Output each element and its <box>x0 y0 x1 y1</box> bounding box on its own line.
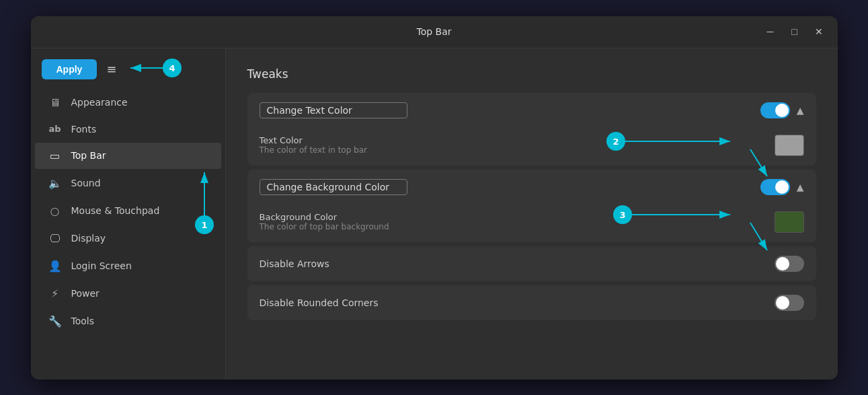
change-text-color-label: Change Text Color <box>260 102 407 118</box>
sidebar-item-power[interactable]: ⚡ Power <box>35 281 221 307</box>
bg-color-sub-label: Background Color The color of top bar ba… <box>260 212 768 231</box>
mouse-icon: ○ <box>48 205 62 217</box>
sidebar-label-sound: Sound <box>71 178 101 188</box>
app-content: Apply ≡ 🖥 Appearance ab Fonts ▭ Top Bar … <box>31 48 838 380</box>
change-bg-color-label: Change Background Color <box>260 179 407 195</box>
disable-arrows-label: Disable Arrows <box>260 258 775 269</box>
sidebar-label-tools: Tools <box>71 316 95 326</box>
text-color-sub-desc: The color of text in top bar <box>260 145 768 155</box>
text-color-swatch[interactable] <box>775 135 804 156</box>
disable-rounded-row: Disable Rounded Corners <box>247 285 816 320</box>
disable-arrows-row: Disable Arrows <box>247 246 816 281</box>
sidebar-item-appearance[interactable]: 🖥 Appearance <box>35 89 221 116</box>
disable-rounded-knob <box>776 296 789 310</box>
text-color-toggle-knob <box>775 104 789 117</box>
bg-color-sub-row: Background Color The color of top bar ba… <box>247 205 816 242</box>
bg-color-toggle-knob <box>775 180 789 194</box>
disable-arrows-knob <box>776 257 789 271</box>
text-color-sub-label: Text Color The color of text in top bar <box>260 135 768 155</box>
sidebar-item-display[interactable]: 🖵 Display <box>35 225 221 252</box>
sidebar: Apply ≡ 🖥 Appearance ab Fonts ▭ Top Bar … <box>31 48 226 380</box>
fonts-icon: ab <box>48 124 62 134</box>
bg-color-sub-desc: The color of top bar background <box>260 222 768 231</box>
bg-color-swatch[interactable] <box>775 211 804 233</box>
minimize-button[interactable]: ─ <box>760 22 781 41</box>
display-icon: 🖵 <box>48 232 62 245</box>
disable-rounded-label: Disable Rounded Corners <box>260 297 775 308</box>
sound-icon: 🔈 <box>48 177 62 190</box>
change-bg-color-row: Change Background Color ▲ Background Col… <box>247 170 816 242</box>
main-content: Tweaks Change Text Color ▲ <box>226 48 838 380</box>
titlebar: Top Bar ─ □ ✕ <box>31 16 838 48</box>
sidebar-item-login[interactable]: 👤 Login Screen <box>35 253 221 279</box>
text-color-sub-row: Text Color The color of text in top bar <box>247 128 816 166</box>
change-text-color-row: Change Text Color ▲ Text Color The color… <box>247 93 816 166</box>
login-icon: 👤 <box>48 260 62 273</box>
sidebar-top: Apply ≡ <box>31 55 225 89</box>
sidebar-label-mouse: Mouse & Touchpad <box>71 205 160 216</box>
sidebar-label-power: Power <box>71 288 100 299</box>
sidebar-item-mouse[interactable]: ○ Mouse & Touchpad <box>35 198 221 224</box>
bg-color-toggle[interactable] <box>760 179 790 195</box>
sidebar-label-appearance: Appearance <box>71 97 128 108</box>
sidebar-item-tools[interactable]: 🔧 Tools <box>35 308 221 334</box>
text-color-chevron[interactable]: ▲ <box>797 105 804 116</box>
appearance-icon: 🖥 <box>48 96 62 109</box>
sidebar-item-topbar[interactable]: ▭ Top Bar <box>35 143 221 169</box>
change-text-color-header: Change Text Color ▲ <box>247 93 816 128</box>
power-icon: ⚡ <box>48 287 62 300</box>
window-controls: ─ □ ✕ <box>760 22 830 41</box>
tools-icon: 🔧 <box>48 315 62 328</box>
bg-color-sub-title: Background Color <box>260 212 768 222</box>
topbar-icon: ▭ <box>48 149 62 162</box>
hamburger-icon[interactable]: ≡ <box>106 62 116 76</box>
maximize-button[interactable]: □ <box>784 22 805 41</box>
window-title: Top Bar <box>416 26 451 37</box>
disable-rounded-toggle[interactable] <box>775 295 804 311</box>
bg-color-chevron[interactable]: ▲ <box>797 182 804 192</box>
sidebar-label-fonts: Fonts <box>71 124 97 135</box>
text-color-sub-title: Text Color <box>260 135 768 145</box>
close-button[interactable]: ✕ <box>808 22 830 41</box>
sidebar-label-display: Display <box>71 233 106 244</box>
sidebar-label-topbar: Top Bar <box>71 150 106 161</box>
change-bg-color-header: Change Background Color ▲ <box>247 170 816 205</box>
apply-button[interactable]: Apply <box>42 59 97 79</box>
sidebar-item-fonts[interactable]: ab Fonts <box>35 117 221 141</box>
bg-color-controls: ▲ <box>760 179 804 195</box>
sidebar-item-sound[interactable]: 🔈 Sound <box>35 170 221 196</box>
text-color-controls: ▲ <box>760 102 804 118</box>
disable-arrows-toggle[interactable] <box>775 256 804 272</box>
text-color-toggle[interactable] <box>760 102 790 118</box>
section-title: Tweaks <box>247 67 816 81</box>
sidebar-label-login: Login Screen <box>71 260 132 271</box>
